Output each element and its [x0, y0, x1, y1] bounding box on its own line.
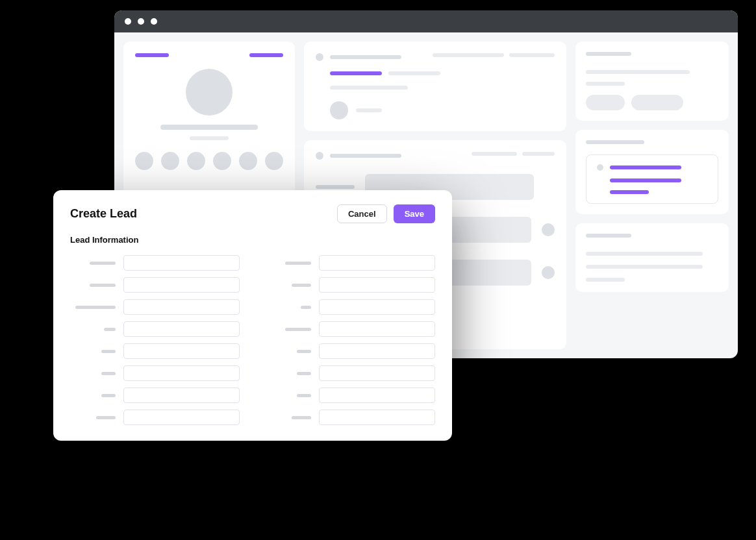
form-field-input[interactable] [123, 277, 240, 293]
form-field-label [266, 284, 311, 287]
form-column-right [266, 255, 435, 425]
form-field-input[interactable] [123, 255, 240, 271]
bullet-icon [316, 53, 323, 61]
form-row [266, 410, 435, 425]
form-row [70, 410, 240, 425]
form-row [70, 277, 240, 293]
form-column-left [70, 255, 240, 425]
sidebar-action-right[interactable] [249, 53, 283, 57]
text-frag-2 [330, 86, 408, 90]
links-title [586, 140, 644, 144]
details-title [586, 234, 631, 238]
form-field-label [266, 350, 311, 353]
lead-form [70, 255, 435, 425]
save-button[interactable]: Save [394, 204, 435, 223]
form-field-label [70, 328, 116, 331]
form-field-input[interactable] [123, 365, 240, 381]
card-meta-1 [433, 53, 504, 57]
form-row [70, 299, 240, 315]
window-control-minimize[interactable] [138, 18, 144, 25]
section-label: Lead Information [70, 235, 435, 245]
form-row [266, 299, 435, 315]
form-row [70, 321, 240, 337]
create-lead-modal: Create Lead Cancel Save Lead Information [53, 190, 452, 441]
chip-1[interactable] [586, 95, 625, 110]
form-field-label [266, 416, 311, 419]
window-titlebar [114, 10, 738, 32]
window-control-close[interactable] [125, 18, 131, 25]
bullet-icon [597, 164, 603, 171]
profile-action-6[interactable] [265, 152, 283, 170]
form-field-input[interactable] [319, 365, 435, 381]
form-field-label [266, 394, 311, 397]
profile-action-3[interactable] [187, 152, 205, 170]
form-field-label [266, 328, 311, 331]
sidebar-action-left[interactable] [135, 53, 169, 57]
summary-title [586, 52, 631, 56]
avatar [186, 69, 233, 116]
summary-line-1 [586, 70, 690, 74]
form-row [70, 365, 240, 381]
mini-avatar [330, 101, 348, 119]
form-row [70, 387, 240, 403]
mini-avatar-label [356, 108, 382, 112]
form-field-label [70, 416, 116, 419]
form-field-label [70, 284, 116, 287]
profile-action-dots [135, 152, 283, 170]
activity-card [304, 42, 566, 131]
link-line-2[interactable] [610, 178, 681, 182]
form-row [266, 365, 435, 381]
form-field-input[interactable] [319, 299, 435, 315]
window-control-maximize[interactable] [151, 18, 157, 25]
form-field-label [70, 262, 116, 265]
profile-action-1[interactable] [135, 152, 153, 170]
form-field-input[interactable] [123, 321, 240, 337]
profile-action-4[interactable] [213, 152, 231, 170]
form-field-label [70, 350, 116, 353]
highlight-link[interactable] [330, 71, 382, 75]
form-field-label [266, 372, 311, 375]
form-field-input[interactable] [319, 410, 435, 425]
form-field-input[interactable] [123, 343, 240, 359]
form-field-input[interactable] [123, 410, 240, 425]
bullet-icon [316, 152, 323, 160]
card-meta-2 [509, 53, 555, 57]
details-line-1 [586, 252, 703, 256]
cancel-button[interactable]: Cancel [337, 204, 387, 223]
details-card [575, 223, 729, 292]
modal-header: Create Lead Cancel Save [70, 204, 435, 223]
form-field-label [70, 394, 116, 397]
form-field-input[interactable] [319, 277, 435, 293]
form-row [70, 343, 240, 359]
card2-title-line [330, 154, 401, 158]
summary-line-2 [586, 82, 625, 86]
details-line-2 [586, 265, 703, 269]
block-label [316, 185, 355, 189]
form-field-label [266, 306, 311, 309]
form-field-input[interactable] [319, 255, 435, 271]
form-row [266, 343, 435, 359]
card2-meta-1 [472, 152, 517, 156]
profile-action-5[interactable] [239, 152, 257, 170]
chip-2[interactable] [631, 95, 683, 110]
link-line-3[interactable] [610, 190, 649, 194]
profile-action-2[interactable] [161, 152, 179, 170]
links-box [586, 154, 718, 204]
modal-title: Create Lead [70, 207, 137, 221]
form-field-input[interactable] [123, 299, 240, 315]
form-field-label [70, 372, 116, 375]
link-line-1[interactable] [610, 166, 681, 169]
block-status-dot [542, 266, 555, 279]
form-row [266, 255, 435, 271]
form-field-input[interactable] [319, 321, 435, 337]
links-card [575, 130, 729, 214]
form-field-input[interactable] [123, 387, 240, 403]
form-field-input[interactable] [319, 387, 435, 403]
form-row [266, 387, 435, 403]
details-line-3 [586, 278, 625, 282]
right-column [575, 32, 738, 358]
card2-meta-2 [522, 152, 555, 156]
form-row [70, 255, 240, 271]
form-field-label [266, 262, 311, 265]
form-field-input[interactable] [319, 343, 435, 359]
